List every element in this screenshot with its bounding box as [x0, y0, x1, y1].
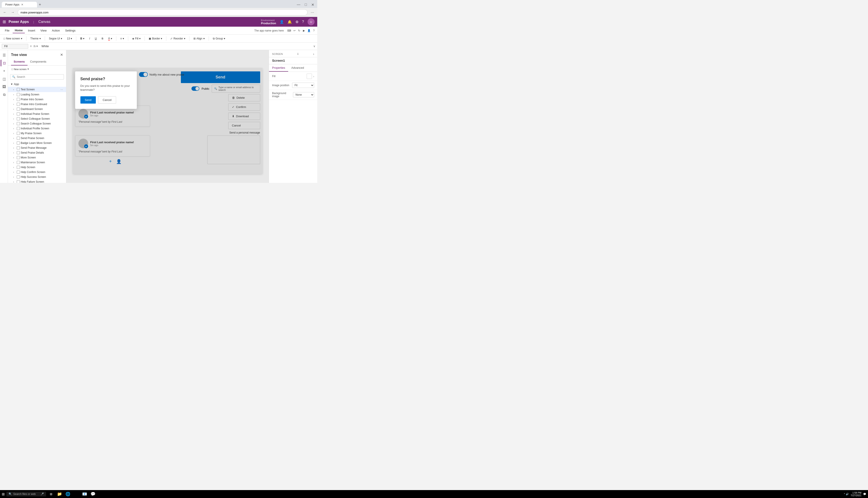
bg-image-select[interactable]: None: [293, 92, 314, 97]
text-color-btn[interactable]: A ▾: [106, 36, 114, 41]
new-screen-btn[interactable]: □ New screen ▾: [2, 36, 24, 41]
menu-home[interactable]: Home: [13, 28, 25, 33]
tab-screens[interactable]: Screens: [11, 58, 28, 65]
tab-properties[interactable]: Properties: [269, 64, 288, 71]
nav-bar: ← → ⋯: [0, 8, 317, 17]
item-more-icon[interactable]: ···: [61, 88, 63, 91]
screen-list-item[interactable]: › Help Success Screen: [8, 174, 66, 179]
font-selector[interactable]: Segoe UI ▾: [47, 36, 64, 41]
app-root-item[interactable]: ▾ App: [8, 81, 66, 87]
strikethrough-btn[interactable]: S: [100, 36, 105, 41]
menu-view[interactable]: View: [38, 28, 49, 33]
underline-btn[interactable]: U: [93, 36, 98, 41]
add-icon-btn[interactable]: +: [1, 68, 7, 74]
screen-list-item[interactable]: › My Praise Screen: [8, 131, 66, 136]
new-tab-button[interactable]: +: [37, 2, 43, 7]
screen-list-item[interactable]: › Test Screen ···: [8, 87, 66, 92]
fill-btn[interactable]: ◈ Fill ▾: [130, 36, 142, 41]
send-praise-dialog: Send praise? Do you want to send this pr…: [75, 71, 137, 109]
maximize-btn[interactable]: □: [303, 2, 308, 8]
formula-property-label[interactable]: Fill: [2, 44, 28, 49]
dialog-send-btn[interactable]: Send: [80, 96, 96, 104]
screens-icon-btn[interactable]: ⊡: [1, 60, 7, 66]
screen-list-item[interactable]: › Send Praise Message: [8, 145, 66, 150]
fill-arrow-icon[interactable]: ›: [313, 75, 314, 78]
screen-list-item[interactable]: › Help Confirm Screen: [8, 170, 66, 174]
address-bar[interactable]: [18, 9, 308, 15]
tab-close-btn[interactable]: ✕: [21, 3, 23, 6]
screen-list-item[interactable]: › Send Praise Details: [8, 150, 66, 155]
item-chevron-icon: ›: [13, 161, 16, 164]
back-btn[interactable]: ←: [2, 10, 8, 15]
screen-list-item[interactable]: › Dashboard Screen: [8, 107, 66, 112]
bg-image-row: Background image None: [269, 90, 317, 100]
tree-title: Tree view: [11, 53, 27, 57]
menu-settings[interactable]: Settings: [63, 28, 78, 33]
menu-file[interactable]: File: [3, 28, 12, 33]
tab-advanced[interactable]: Advanced: [288, 64, 307, 71]
screen-list-item[interactable]: › Individual Praise Screen: [8, 112, 66, 116]
tree-search-input[interactable]: [17, 75, 62, 78]
toolbar: □ New screen ▾ Theme ▾ Segoe UI ▾ 13 ▾ B…: [0, 35, 317, 42]
formula-input[interactable]: [40, 44, 311, 48]
menu-insert[interactable]: Insert: [26, 28, 38, 33]
panel-expand-icon[interactable]: ›: [313, 52, 314, 56]
toolbar-sep-5: [128, 36, 128, 41]
tree-close-btn[interactable]: ✕: [60, 53, 63, 57]
screen-list-item[interactable]: › Help Failure Screen: [8, 179, 66, 183]
tab-components[interactable]: Components: [28, 58, 49, 65]
screen-section-label: SCREEN: [272, 53, 283, 55]
hamburger-icon-btn[interactable]: ☰: [1, 52, 7, 58]
fill-color-preview[interactable]: [307, 74, 312, 79]
screen-list-item[interactable]: › Search Colleague Screen: [8, 121, 66, 126]
fx-dropdown-icon: ▾: [36, 44, 38, 48]
border-btn[interactable]: ▣ Border ▾: [147, 36, 164, 41]
theme-btn[interactable]: Theme ▾: [29, 36, 42, 41]
dialog-title: Send praise?: [80, 77, 132, 81]
screen-info-icon[interactable]: ℹ: [297, 52, 298, 55]
data-icon-btn[interactable]: ◫: [1, 76, 7, 82]
screen-list-item[interactable]: › More Screen: [8, 155, 66, 160]
screen-list-item[interactable]: › Loading Screen: [8, 92, 66, 97]
screen-list-item[interactable]: › Praise Intro Continued: [8, 102, 66, 107]
waffle-icon[interactable]: ⊞: [3, 19, 6, 24]
dialog-cancel-btn[interactable]: Cancel: [98, 96, 116, 104]
help-icon[interactable]: ?: [302, 20, 304, 24]
item-chevron-icon: ›: [13, 118, 16, 120]
italic-btn[interactable]: I: [88, 36, 92, 41]
screen-list-item[interactable]: › Help Screen: [8, 165, 66, 170]
image-position-select[interactable]: Fit Fill Stretch Tile Center: [292, 83, 314, 88]
screen-list-item[interactable]: › Badge Learn More Screen: [8, 141, 66, 145]
screen-list-item[interactable]: › Maintenance Screen: [8, 160, 66, 165]
new-screen-list-icon: □: [12, 68, 13, 70]
align-btn[interactable]: ⊞ Align ▾: [192, 36, 206, 41]
screen-list-item[interactable]: › Send Praise Screen: [8, 136, 66, 141]
item-screen-icon: [17, 142, 20, 145]
screen-list-item[interactable]: › Praise Intro Screen: [8, 97, 66, 102]
tree-search-box[interactable]: 🔍: [10, 74, 64, 80]
formula-expand-icon[interactable]: ∨: [313, 44, 316, 48]
media-icon-btn[interactable]: 🖼: [1, 83, 7, 90]
person-icon[interactable]: 👤: [280, 20, 284, 24]
bold-btn[interactable]: B ▾: [78, 36, 86, 41]
browser-more-btn[interactable]: ⋯: [309, 10, 316, 15]
formula-fx[interactable]: fx ▾: [34, 44, 38, 48]
item-screen-name: Loading Screen: [21, 93, 63, 96]
user-avatar[interactable]: U: [308, 18, 315, 25]
align-text-btn[interactable]: ≡ ▾: [119, 36, 126, 41]
browser-tab[interactable]: Power Apps ✕: [2, 2, 37, 8]
screen-list-item[interactable]: › Individual Profile Screen: [8, 126, 66, 131]
item-chevron-icon: ›: [13, 147, 16, 149]
group-btn[interactable]: ⧉ Group ▾: [211, 36, 227, 41]
reorder-btn[interactable]: ⤢ Reorder ▾: [169, 36, 187, 41]
screen-list-item[interactable]: › Select Colleague Screen: [8, 116, 66, 121]
new-screen-list-btn[interactable]: □ New screen ▾: [10, 67, 30, 71]
font-size-selector[interactable]: 13 ▾: [65, 36, 74, 41]
components-icon-btn[interactable]: ⧉: [1, 91, 7, 98]
gear-icon[interactable]: ⚙: [295, 20, 298, 24]
menu-action[interactable]: Action: [50, 28, 62, 33]
minimize-btn[interactable]: —: [295, 2, 302, 8]
forward-btn[interactable]: →: [10, 10, 16, 15]
bell-icon[interactable]: 🔔: [288, 20, 292, 24]
close-btn[interactable]: ✕: [310, 2, 316, 8]
